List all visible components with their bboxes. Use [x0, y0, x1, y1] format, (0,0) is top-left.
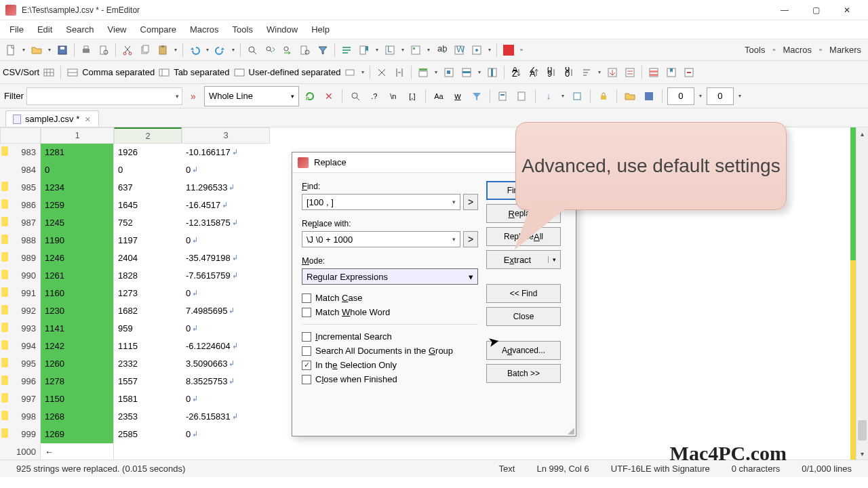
sort-more-icon[interactable] — [578, 64, 595, 81]
config-icon[interactable] — [408, 42, 424, 58]
cell-col-3[interactable]: 0↲ — [182, 390, 270, 408]
filter-number-icon[interactable]: [,] — [404, 88, 420, 104]
redo-dropdown[interactable]: ▾ — [230, 42, 237, 58]
new-file-dropdown[interactable]: ▾ — [20, 42, 27, 58]
sort-desc-icon[interactable]: ZA — [526, 64, 542, 81]
cell-col-1[interactable]: 1261 — [41, 267, 114, 285]
paste-dropdown[interactable]: ▾ — [172, 42, 179, 58]
new-file-icon[interactable] — [3, 42, 19, 58]
cell-col-1[interactable]: 1141 — [41, 320, 114, 338]
cell-col-1[interactable]: 0 — [41, 161, 114, 179]
comma-separated-label[interactable]: Comma separated — [82, 67, 155, 77]
match-case-checkbox[interactable]: Match Case — [302, 293, 478, 303]
cell-col-2[interactable]: 2404 — [114, 249, 182, 267]
all-documents-checkbox[interactable]: Search All Documents in the Group — [302, 346, 478, 356]
find-in-files-icon[interactable] — [297, 42, 313, 58]
undo-icon[interactable] — [186, 42, 203, 58]
copy-icon[interactable] — [137, 42, 153, 58]
html-icon[interactable]: W — [451, 42, 467, 58]
undo-dropdown[interactable]: ▾ — [204, 42, 211, 58]
cell-col-3[interactable]: -26.515831↲ — [182, 408, 270, 426]
cell-col-1[interactable]: ← — [41, 443, 114, 460]
advanced-button[interactable]: Advanced... — [486, 341, 561, 360]
cell-col-1[interactable]: 1190 — [41, 232, 114, 249]
menu-view[interactable]: View — [101, 22, 134, 37]
cell-col-3[interactable]: -12.315875↲ — [182, 214, 270, 232]
heading-dropdown[interactable]: ▾ — [433, 64, 439, 81]
bookmark-dropdown[interactable]: ▾ — [374, 42, 380, 58]
menu-help[interactable]: Help — [304, 22, 336, 37]
bookmark-dup-icon[interactable] — [663, 64, 679, 81]
menu-window[interactable]: Window — [260, 22, 304, 37]
menu-macros[interactable]: Macros — [183, 22, 226, 37]
cell-col-3[interactable]: -16.4517↲ — [182, 197, 270, 214]
cell-col-1[interactable]: 1278 — [41, 373, 114, 390]
filter-abort-icon[interactable]: ✕ — [321, 88, 337, 104]
row-number[interactable]: 986 — [0, 197, 41, 214]
column-header-1[interactable]: 1 — [41, 127, 114, 144]
incremental-search-checkbox[interactable]: Incremental Search — [302, 331, 478, 342]
menu-edit[interactable]: Edit — [31, 22, 59, 37]
cell-col-1[interactable]: 1269 — [41, 426, 114, 443]
cell-col-3[interactable]: 0↲ — [182, 320, 270, 338]
row-number[interactable]: 990 — [0, 267, 41, 285]
filter-case-icon[interactable]: Aa — [431, 88, 447, 104]
prev-find-button[interactable]: << Find — [486, 284, 561, 303]
open-dropdown[interactable]: ▾ — [46, 42, 53, 58]
mode-select[interactable]: Regular Expressions▾ — [302, 268, 478, 285]
row-number[interactable]: 993 — [0, 320, 41, 338]
filter-funnel-icon[interactable] — [469, 88, 485, 104]
row-number[interactable]: 999 — [0, 426, 41, 443]
cell-col-3[interactable]: -35.479198↲ — [182, 249, 270, 267]
toggle-1-icon[interactable] — [604, 64, 620, 81]
config-dropdown[interactable]: ▾ — [425, 42, 432, 58]
csv-mode-icon[interactable] — [41, 64, 57, 81]
cell-col-3[interactable]: 11.296533↲ — [182, 179, 270, 197]
cell-col-3[interactable]: 0↲ — [182, 232, 270, 249]
sort-num-asc-icon[interactable]: 09 — [543, 64, 559, 81]
cell-col-1[interactable]: 1234 — [41, 179, 114, 197]
cell-col-3[interactable]: -6.1224604↲ — [182, 338, 270, 355]
cell-col-1[interactable]: 1242 — [41, 338, 114, 355]
cell-col-2[interactable]: 1115 — [114, 338, 182, 355]
selection-only-checkbox[interactable]: In the Selection Only — [302, 360, 478, 370]
more-tools-dropdown[interactable]: » — [518, 42, 525, 58]
spell-icon[interactable]: ab — [433, 42, 450, 58]
cell-col-2[interactable]: 1645 — [114, 197, 182, 214]
cell-col-1[interactable]: 1150 — [41, 390, 114, 408]
find-input[interactable]: [100 , ]▾ — [302, 194, 460, 210]
cell-col-2[interactable]: 1828 — [114, 267, 182, 285]
cell-col-2[interactable]: 1926 — [114, 144, 182, 161]
filter-number-2[interactable]: 0 — [707, 87, 734, 105]
cell-col-3[interactable]: 8.3525753↲ — [182, 373, 270, 390]
menu-tools[interactable]: Tools — [226, 22, 260, 37]
cell-col-3[interactable]: 0↲ — [182, 285, 270, 302]
cell-col-1[interactable]: 1245 — [41, 214, 114, 232]
cell-col-3[interactable]: 3.5090663↲ — [182, 355, 270, 373]
filter-find-icon[interactable] — [347, 88, 363, 104]
cell-col-3[interactable]: 0↲ — [182, 426, 270, 443]
cut-icon[interactable] — [119, 42, 136, 58]
whole-word-checkbox[interactable]: Match Whole Word — [302, 307, 478, 317]
filter-down-icon[interactable]: ↓ — [540, 88, 557, 104]
filter-clear-icon[interactable]: » — [185, 88, 201, 104]
filter-block-icon[interactable] — [569, 88, 585, 104]
replace-input[interactable]: \J \0 + 1000▾ — [302, 231, 460, 247]
minimize-button[interactable]: — — [769, 0, 800, 20]
cell-col-3[interactable]: -10.166117↲ — [182, 144, 270, 161]
search-icon[interactable] — [244, 42, 260, 58]
filter-regex-icon[interactable]: .? — [366, 88, 382, 104]
maximize-button[interactable]: ▢ — [800, 0, 831, 20]
cell-col-2[interactable]: 1581 — [114, 390, 182, 408]
scroll-down-icon[interactable]: ▾ — [856, 447, 868, 460]
cell-col-3[interactable]: -7.5615759↲ — [182, 267, 270, 285]
cell-col-2[interactable]: 752 — [114, 214, 182, 232]
row-number[interactable]: 987 — [0, 214, 41, 232]
extract-button[interactable]: Extract▾ — [486, 250, 561, 269]
cell-col-2[interactable]: 0 — [114, 161, 182, 179]
menu-file[interactable]: File — [3, 22, 31, 37]
col-sel-icon[interactable] — [484, 64, 500, 81]
close-when-finished-checkbox[interactable]: Close when Finished — [302, 374, 478, 384]
sort-num-desc-icon[interactable]: 90 — [561, 64, 577, 81]
find-menu-button[interactable]: > — [463, 194, 478, 210]
